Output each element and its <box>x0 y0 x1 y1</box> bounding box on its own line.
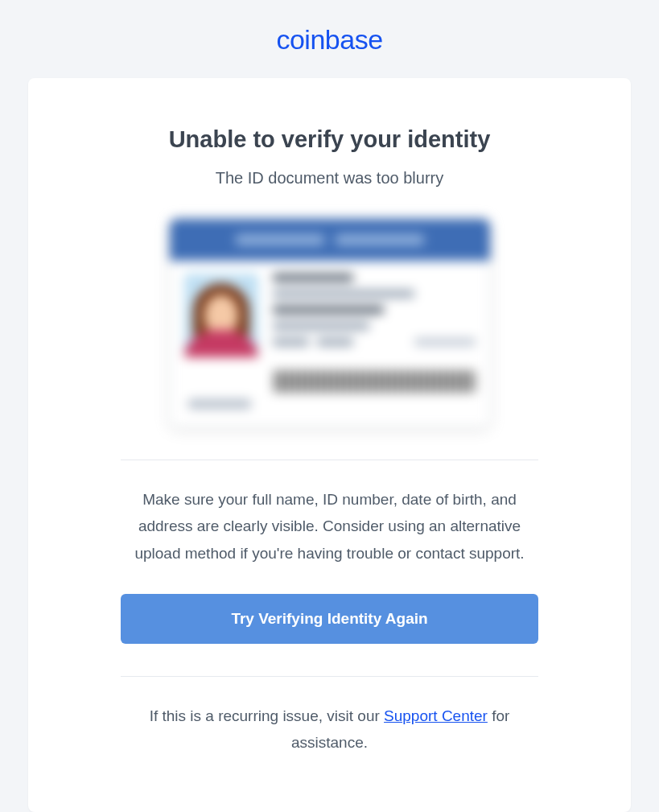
divider <box>121 460 538 460</box>
brand-header: coinbase <box>28 24 631 56</box>
page-title: Unable to verify your identity <box>121 126 538 153</box>
footer-prefix: If this is a recurring issue, visit our <box>150 707 384 724</box>
barcode-icon <box>274 370 476 393</box>
retry-verify-button[interactable]: Try Verifying Identity Again <box>121 594 538 644</box>
blurry-id-illustration <box>169 218 491 427</box>
support-center-link[interactable]: Support Center <box>384 707 488 724</box>
help-text: Make sure your full name, ID number, dat… <box>121 486 538 567</box>
brand-logo: coinbase <box>276 24 382 55</box>
support-footer: If this is a recurring issue, visit our … <box>121 703 538 756</box>
verification-card: Unable to verify your identity The ID do… <box>28 78 631 812</box>
id-photo-icon <box>184 274 258 357</box>
failure-reason: The ID document was too blurry <box>121 169 538 188</box>
divider <box>121 676 538 677</box>
